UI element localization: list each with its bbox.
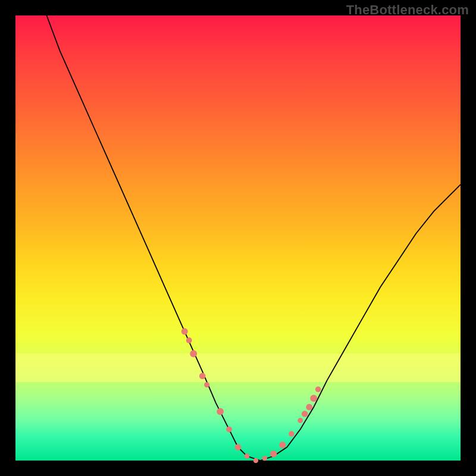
highlight-dot — [298, 418, 303, 423]
highlight-dot — [217, 408, 224, 415]
highlight-dot — [289, 431, 294, 436]
watermark-text: TheBottleneck.com — [346, 2, 469, 18]
bottleneck-curve — [46, 15, 461, 461]
highlight-dot — [199, 373, 206, 380]
highlight-dot — [270, 450, 277, 457]
highlight-dot — [186, 337, 192, 343]
highlight-dot — [235, 444, 242, 450]
highlight-dot — [181, 328, 188, 335]
highlight-dot — [279, 441, 286, 448]
highlight-dot — [306, 404, 312, 411]
highlight-dot — [310, 394, 317, 402]
highlight-dot — [253, 458, 258, 463]
highlight-dot — [204, 382, 209, 387]
highlight-dot — [190, 350, 197, 358]
highlight-dot — [245, 453, 250, 459]
curve-svg — [15, 15, 461, 461]
highlight-dots-group — [181, 328, 321, 464]
highlight-dot — [302, 411, 308, 417]
highlight-dot — [226, 427, 232, 433]
chart-frame: TheBottleneck.com — [0, 0, 476, 476]
highlight-dot — [315, 387, 321, 393]
highlight-dot — [262, 456, 267, 461]
plot-area — [15, 15, 461, 461]
